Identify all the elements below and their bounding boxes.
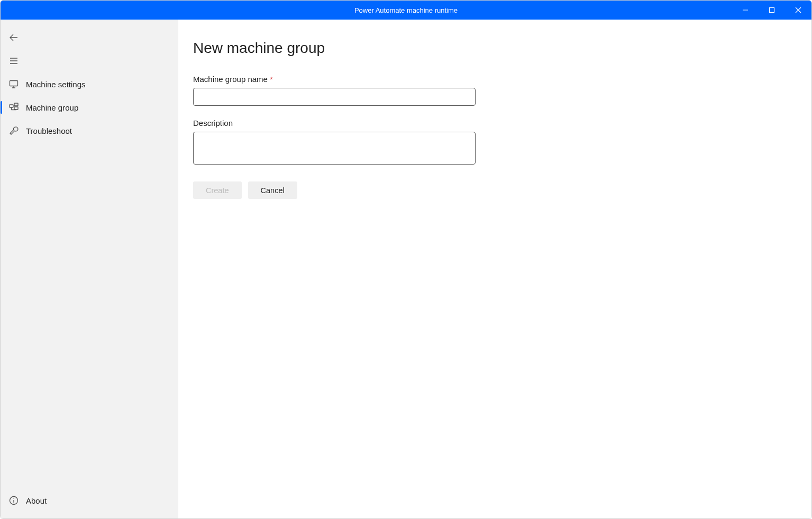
- sidebar-item-label: Machine group: [26, 103, 78, 112]
- svg-rect-13: [14, 107, 18, 110]
- sidebar: Machine settings Machine group Troublesh…: [1, 20, 178, 518]
- title-bar: Power Automate machine runtime: [1, 1, 811, 20]
- window-title: Power Automate machine runtime: [354, 6, 458, 14]
- machine-group-name-input[interactable]: [193, 88, 476, 106]
- close-icon: [795, 7, 801, 13]
- svg-rect-1: [770, 8, 774, 13]
- minimize-button[interactable]: [732, 1, 759, 20]
- sidebar-item-machine-settings[interactable]: Machine settings: [1, 72, 178, 96]
- sidebar-item-label: About: [26, 496, 47, 505]
- create-button[interactable]: Create: [193, 181, 242, 199]
- hamburger-button[interactable]: [1, 49, 178, 72]
- back-button[interactable]: [1, 26, 178, 49]
- description-input[interactable]: [193, 132, 476, 165]
- back-arrow-icon: [9, 33, 19, 42]
- required-asterisk: *: [270, 75, 273, 84]
- description-label: Description: [193, 119, 797, 128]
- sidebar-item-machine-group[interactable]: Machine group: [1, 96, 178, 119]
- wrench-icon: [9, 126, 19, 135]
- label-text: Machine group name: [193, 75, 268, 84]
- minimize-icon: [742, 7, 749, 13]
- close-button[interactable]: [785, 1, 811, 20]
- monitor-icon: [9, 79, 19, 89]
- info-icon: [9, 496, 19, 505]
- svg-rect-11: [10, 105, 13, 107]
- sidebar-item-label: Troubleshoot: [26, 126, 72, 135]
- machine-group-name-label: Machine group name *: [193, 75, 797, 84]
- sidebar-item-about[interactable]: About: [1, 489, 178, 512]
- svg-rect-8: [10, 81, 18, 86]
- sidebar-item-label: Machine settings: [26, 80, 86, 89]
- main-content: New machine group Machine group name * D…: [178, 20, 811, 518]
- svg-rect-12: [14, 103, 18, 106]
- machine-group-icon: [9, 103, 19, 112]
- svg-point-18: [13, 498, 14, 499]
- maximize-button[interactable]: [759, 1, 785, 20]
- page-title: New machine group: [193, 40, 797, 57]
- cancel-button[interactable]: Cancel: [248, 181, 297, 199]
- hamburger-icon: [9, 56, 19, 66]
- maximize-icon: [769, 7, 775, 13]
- sidebar-item-troubleshoot[interactable]: Troubleshoot: [1, 119, 178, 142]
